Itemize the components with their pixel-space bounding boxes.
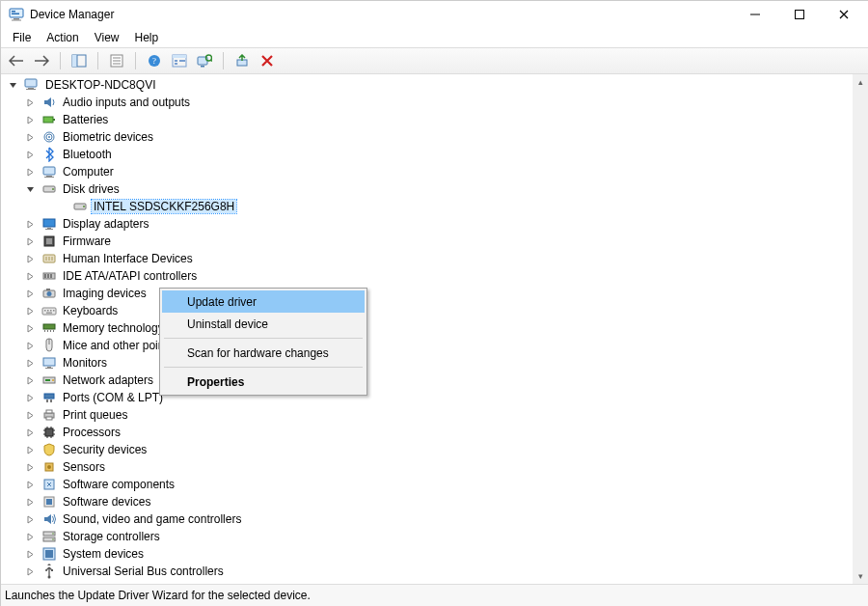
tree-category[interactable]: Universal Serial Bus controllers — [1, 563, 853, 580]
menu-file[interactable]: File — [5, 29, 39, 46]
svg-point-91 — [47, 465, 51, 469]
expand-icon[interactable] — [26, 324, 40, 333]
tree-category[interactable]: Processors — [1, 424, 853, 441]
tree-category[interactable]: Keyboards — [1, 302, 853, 319]
scroll-up-arrow[interactable]: ▴ — [853, 74, 868, 90]
expand-icon[interactable] — [26, 255, 40, 263]
expand-icon[interactable] — [26, 151, 40, 159]
expand-icon[interactable] — [26, 98, 40, 107]
close-button[interactable] — [822, 1, 866, 28]
tree-category[interactable]: IDE ATA/ATAPI controllers — [1, 267, 853, 285]
menu-action[interactable]: Action — [39, 29, 86, 46]
svg-rect-43 — [45, 229, 53, 230]
tree-item-label: DESKTOP-NDC8QVI — [43, 78, 157, 92]
expand-icon[interactable] — [26, 533, 40, 541]
tree-category[interactable]: Firmware — [1, 233, 853, 250]
svg-rect-2 — [12, 14, 19, 15]
collapse-icon[interactable] — [26, 185, 40, 194]
vertical-scrollbar[interactable]: ▴ ▾ — [853, 74, 868, 584]
menu-help[interactable]: Help — [127, 29, 167, 46]
statusbar-text: Launches the Update Driver Wizard for th… — [5, 589, 311, 602]
expand-icon[interactable] — [26, 550, 40, 559]
tree-root[interactable]: DESKTOP-NDC8QVI — [1, 76, 853, 94]
toolbar-console-tree-button[interactable] — [68, 50, 91, 71]
tree-category[interactable]: Software components — [1, 476, 853, 493]
expand-icon[interactable] — [26, 446, 40, 454]
tree-category[interactable]: Software devices — [1, 493, 853, 510]
expand-icon[interactable] — [26, 307, 40, 316]
expand-icon[interactable] — [26, 116, 40, 124]
tree-category[interactable]: Human Interface Devices — [1, 250, 853, 267]
tree-category[interactable]: System devices — [1, 545, 853, 563]
toolbar-scan-button[interactable] — [193, 50, 216, 71]
tree-category[interactable]: Sound, video and game controllers — [1, 510, 853, 528]
tree-category[interactable]: Memory technology devices — [1, 319, 853, 337]
tree-category[interactable]: Storage controllers — [1, 528, 853, 545]
tree-category[interactable]: Network adapters — [1, 372, 853, 389]
tree-category[interactable]: Audio inputs and outputs — [1, 94, 853, 111]
svg-point-74 — [52, 379, 54, 381]
toolbar-update-driver-button[interactable] — [231, 50, 254, 71]
toolbar-forward-button[interactable] — [30, 50, 53, 71]
expand-icon[interactable] — [26, 272, 40, 281]
tree-category[interactable]: Disk drives — [1, 180, 853, 198]
context-menu-scan-hardware[interactable]: Scan for hardware changes — [162, 342, 365, 364]
menu-view[interactable]: View — [87, 29, 127, 46]
disk-icon — [72, 199, 88, 214]
expand-icon[interactable] — [26, 498, 40, 507]
tree-category[interactable]: Monitors — [1, 354, 853, 372]
tree-item-label: System devices — [61, 547, 146, 561]
expand-icon[interactable] — [26, 220, 40, 229]
tree-item-label: Monitors — [61, 356, 109, 370]
tree-category[interactable]: Print queues — [1, 406, 853, 424]
expand-icon[interactable] — [26, 133, 40, 142]
tree-category[interactable]: Display adapters — [1, 215, 853, 233]
expand-icon[interactable] — [26, 168, 40, 177]
expand-icon[interactable] — [26, 289, 40, 298]
tree-category[interactable]: Security devices — [1, 441, 853, 458]
context-menu-uninstall-device[interactable]: Uninstall device — [162, 313, 365, 335]
collapse-icon[interactable] — [9, 81, 22, 90]
expand-icon[interactable] — [26, 359, 40, 368]
expand-icon[interactable] — [26, 394, 40, 402]
toolbar-help-button[interactable]: ? — [143, 50, 166, 71]
svg-rect-3 — [14, 18, 19, 20]
context-menu-properties[interactable]: Properties — [162, 371, 365, 393]
expand-icon[interactable] — [26, 428, 40, 437]
toolbar-back-button[interactable] — [5, 50, 28, 71]
tree-category[interactable]: Sensors — [1, 458, 853, 476]
scroll-down-arrow[interactable]: ▾ — [853, 568, 868, 584]
svg-rect-52 — [47, 274, 49, 278]
tree-device[interactable]: INTEL SSDSCKKF256G8H — [1, 198, 853, 215]
device-tree[interactable]: DESKTOP-NDC8QVIAudio inputs and outputsB… — [1, 74, 853, 584]
keyboard-icon — [41, 303, 57, 318]
tree-item-label: Biometric devices — [61, 130, 155, 144]
svg-rect-20 — [175, 63, 177, 65]
toolbar-properties-button[interactable] — [105, 50, 128, 71]
expand-icon[interactable] — [26, 411, 40, 420]
tree-category[interactable]: Batteries — [1, 111, 853, 128]
tree-category[interactable]: Biometric devices — [1, 128, 853, 146]
tree-item-label: Imaging devices — [61, 287, 149, 300]
expand-icon[interactable] — [26, 463, 40, 472]
tree-category[interactable]: Mice and other pointing devices — [1, 337, 853, 354]
svg-rect-42 — [47, 228, 51, 229]
minimize-button[interactable] — [733, 1, 777, 28]
expand-icon[interactable] — [26, 376, 40, 385]
expand-icon[interactable] — [26, 515, 40, 524]
expand-icon[interactable] — [26, 567, 40, 576]
tree-category[interactable]: Computer — [1, 163, 853, 180]
expand-icon[interactable] — [26, 237, 40, 246]
toolbar-show-hidden-button[interactable] — [168, 50, 191, 71]
toolbar-uninstall-button[interactable] — [256, 50, 279, 71]
maximize-button[interactable] — [777, 1, 822, 28]
svg-rect-73 — [45, 379, 50, 381]
tree-item-label: Audio inputs and outputs — [61, 96, 192, 109]
tree-category[interactable]: Ports (COM & LPT) — [1, 389, 853, 406]
tree-category[interactable]: Bluetooth — [1, 146, 853, 163]
expand-icon[interactable] — [26, 342, 40, 350]
statusbar: Launches the Update Driver Wizard for th… — [1, 585, 868, 606]
expand-icon[interactable] — [26, 481, 40, 489]
tree-category[interactable]: Imaging devices — [1, 285, 853, 302]
context-menu-update-driver[interactable]: Update driver — [162, 290, 365, 313]
